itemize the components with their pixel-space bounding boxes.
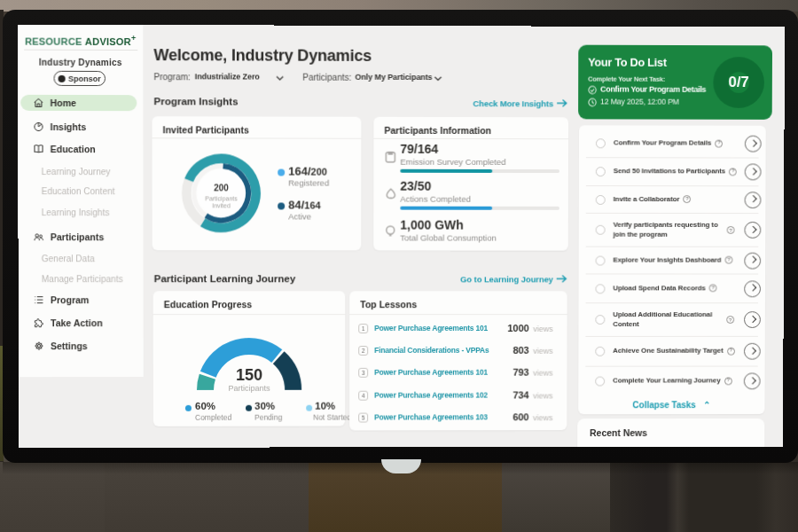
svg-text:Participants: Participants: [205, 196, 238, 203]
svg-text:Invited: Invited: [212, 203, 231, 209]
svg-text:200: 200: [214, 183, 229, 192]
